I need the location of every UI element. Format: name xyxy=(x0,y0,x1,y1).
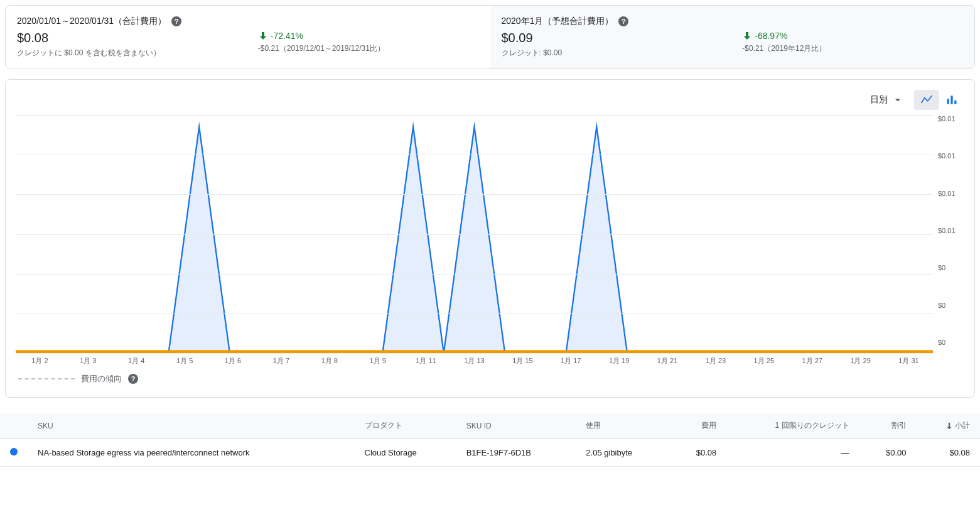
x-tick: 1月 9 xyxy=(353,356,402,366)
gridline xyxy=(16,353,933,354)
x-tick: 1月 11 xyxy=(402,356,450,366)
x-tick: 1月 5 xyxy=(161,356,209,366)
x-tick: 1月 27 xyxy=(788,356,836,366)
x-tick: 1月 17 xyxy=(547,356,595,366)
y-tick: $0.01 xyxy=(938,190,964,197)
forecast-delta-sub: -$0.21（2019年12月比） xyxy=(742,43,963,54)
line-chart-icon xyxy=(920,94,933,106)
forecast-title: 2020年1月（予想合計費用） xyxy=(502,16,614,27)
x-tick: 1月 15 xyxy=(498,356,547,366)
arrow-down-icon xyxy=(258,31,268,41)
forecast-cost-card[interactable]: 2020年1月（予想合計費用） ? $0.09 クレジット: $0.00 -68… xyxy=(490,6,975,68)
forecast-amount: $0.09 xyxy=(502,31,723,45)
chart-type-line-button[interactable] xyxy=(914,90,939,110)
x-tick: 1月 4 xyxy=(112,356,161,366)
actual-subtitle: クレジットに $0.00 を含む税を含まない） xyxy=(17,48,238,58)
y-tick: $0 xyxy=(938,264,964,271)
chart-legend: 費用の傾向 ? xyxy=(16,373,964,384)
legend-trend-label: 費用の傾向 xyxy=(81,373,122,384)
cost-area xyxy=(16,127,933,353)
actual-cost-card[interactable]: 2020/01/01～2020/01/31（合計費用） ? $0.08 クレジッ… xyxy=(6,6,490,68)
col-cost[interactable]: 費用 xyxy=(669,413,726,439)
x-tick: 1月 31 xyxy=(885,356,933,366)
forecast-delta-pct: -68.97% xyxy=(755,31,787,41)
x-tick: 1月 25 xyxy=(740,356,788,366)
x-tick: 1月 3 xyxy=(64,356,112,366)
actual-delta: -72.41% xyxy=(258,31,479,41)
actual-delta-sub: -$0.21（2019/12/01～2019/12/31比） xyxy=(258,43,479,54)
actual-title: 2020/01/01～2020/01/31（合計費用） xyxy=(17,16,166,27)
col-sku-id[interactable]: SKU ID xyxy=(456,413,576,439)
cell-sku: NA-based Storage egress via peered/inter… xyxy=(28,439,355,467)
interval-label: 日別 xyxy=(870,94,888,106)
chart-y-axis: $0.01$0.01$0.01$0.01$0$0$0 xyxy=(933,115,964,354)
col-product[interactable]: プロダクト xyxy=(355,413,456,439)
help-icon[interactable]: ? xyxy=(128,374,138,384)
cell-product: Cloud Storage xyxy=(355,439,456,467)
chart-toolbar: 日別 xyxy=(16,90,964,110)
x-tick: 1月 21 xyxy=(643,356,692,366)
x-tick: 1月 29 xyxy=(836,356,885,366)
x-tick: 1月 7 xyxy=(257,356,305,366)
chart-plot[interactable] xyxy=(16,115,933,354)
y-tick: $0.01 xyxy=(938,115,964,123)
chart-x-axis: 1月 21月 31月 41月 51月 61月 71月 81月 91月 111月 … xyxy=(16,354,933,366)
summary-cards: 2020/01/01～2020/01/31（合計費用） ? $0.08 クレジッ… xyxy=(5,5,975,69)
cell-sku-id: B1FE-19F7-6D1B xyxy=(456,439,576,467)
chart-type-toggle xyxy=(914,90,964,110)
help-icon[interactable]: ? xyxy=(171,16,181,26)
x-tick: 1月 8 xyxy=(305,356,353,366)
cost-table: SKU プロダクト SKU ID 使用 費用 1 回限りのクレジット 割引 小計… xyxy=(0,413,980,467)
svg-rect-0 xyxy=(947,99,949,104)
x-tick: 1月 23 xyxy=(691,356,740,366)
forecast-delta: -68.97% xyxy=(742,31,963,41)
table-row[interactable]: NA-based Storage egress via peered/inter… xyxy=(0,439,980,467)
y-tick: $0.01 xyxy=(938,152,964,160)
chart-card: 日別 $0.01$0.01$0.01$0.01$0$0$0 1月 21月 31月… xyxy=(5,79,975,398)
arrow-down-icon xyxy=(945,422,954,430)
svg-rect-2 xyxy=(954,101,956,104)
x-tick: 1月 6 xyxy=(209,356,257,366)
chart-area: $0.01$0.01$0.01$0.01$0$0$0 xyxy=(16,115,964,354)
x-tick: 1月 19 xyxy=(595,356,643,366)
chevron-down-icon xyxy=(891,94,904,106)
arrow-down-icon xyxy=(742,31,752,41)
bar-chart-icon xyxy=(945,94,958,106)
help-icon[interactable]: ? xyxy=(618,16,628,26)
col-usage[interactable]: 使用 xyxy=(576,413,669,439)
gridline xyxy=(16,274,933,275)
col-discount[interactable]: 割引 xyxy=(859,413,917,439)
cell-subtotal: $0.08 xyxy=(917,439,981,467)
forecast-subtitle: クレジット: $0.00 xyxy=(502,48,723,58)
cell-one-time-credit: — xyxy=(726,439,859,467)
cell-usage: 2.05 gibibyte xyxy=(576,439,669,467)
table-header-row: SKU プロダクト SKU ID 使用 費用 1 回限りのクレジット 割引 小計 xyxy=(0,413,980,439)
col-subtotal[interactable]: 小計 xyxy=(917,413,981,439)
col-one-time-credit[interactable]: 1 回限りのクレジット xyxy=(726,413,859,439)
actual-amount: $0.08 xyxy=(17,31,238,45)
col-sku[interactable]: SKU xyxy=(28,413,355,439)
gridline xyxy=(16,313,933,314)
interval-select[interactable]: 日別 xyxy=(865,91,909,109)
series-color-dot xyxy=(10,448,18,455)
chart-type-bar-button[interactable] xyxy=(939,90,964,110)
trend-line-swatch xyxy=(18,378,75,379)
x-tick: 1月 2 xyxy=(16,356,64,366)
y-tick: $0.01 xyxy=(938,227,964,234)
gridline xyxy=(16,234,933,235)
y-tick: $0 xyxy=(938,339,964,346)
gridline xyxy=(16,194,933,195)
gridline xyxy=(16,155,933,155)
svg-rect-1 xyxy=(950,95,952,104)
y-tick: $0 xyxy=(938,302,964,309)
cell-discount: $0.00 xyxy=(859,439,917,467)
actual-delta-pct: -72.41% xyxy=(271,31,303,41)
cell-cost: $0.08 xyxy=(669,439,726,467)
x-tick: 1月 13 xyxy=(450,356,498,366)
gridline xyxy=(16,115,933,116)
